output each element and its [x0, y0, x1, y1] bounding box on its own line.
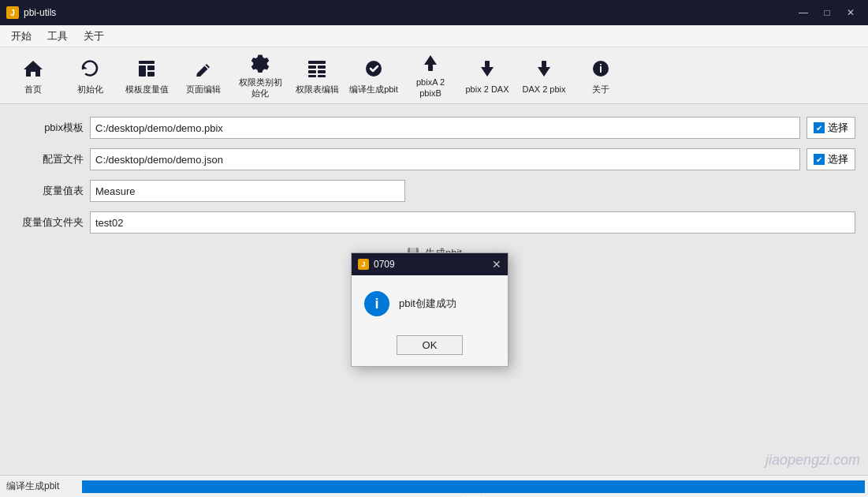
svg-rect-4 — [147, 72, 155, 77]
svg-rect-2 — [139, 65, 146, 77]
measure-row: 度量值表 — [13, 180, 855, 202]
toolbar-btn-dax2pbix[interactable]: DAX 2 pbix — [517, 52, 571, 99]
dialog-message: pbit创建成功 — [399, 297, 456, 311]
edit-icon — [191, 56, 216, 81]
pbix-check-icon: ✔ — [814, 122, 825, 133]
compile-icon — [361, 56, 386, 81]
toolbar-btn-template[interactable]: 模板度量值 — [120, 52, 173, 99]
toolbar-btn-page-edit[interactable]: 页面编辑 — [177, 52, 230, 99]
close-button[interactable]: ✕ — [840, 5, 862, 21]
svg-marker-0 — [24, 61, 43, 77]
svg-marker-16 — [481, 67, 494, 77]
toolbar: 首页 初始化 模板度量值 页 — [0, 47, 868, 104]
dialog: J 0709 ✕ i pbit创建成功 OK — [351, 252, 509, 367]
toolbar-init-label: 初始化 — [77, 84, 103, 95]
svg-rect-12 — [318, 75, 326, 77]
download-icon — [475, 56, 500, 81]
svg-marker-18 — [538, 67, 550, 77]
toolbar-pbixA2B-label: pbixA 2 pbixB — [405, 77, 456, 98]
measure-input[interactable] — [90, 180, 405, 202]
toolbar-pbix2dax-label: pbix 2 DAX — [465, 84, 509, 95]
menu-about[interactable]: 关于 — [76, 26, 112, 47]
config-input[interactable] — [90, 148, 800, 170]
minimize-button[interactable]: — — [792, 5, 814, 21]
dialog-footer: OK — [352, 329, 508, 366]
svg-rect-6 — [308, 61, 326, 64]
svg-rect-11 — [308, 75, 316, 77]
app-icon: J — [6, 6, 19, 19]
watermark: jiaopengzi.com — [766, 452, 860, 469]
toolbar-btn-pbixA2B[interactable]: pbixA 2 pbixB — [404, 52, 457, 99]
pbix-select-label: 选择 — [828, 121, 848, 135]
toolbar-perm-edit-label: 权限表编辑 — [296, 84, 339, 95]
toolbar-template-label: 模板度量值 — [125, 84, 169, 95]
toolbar-compile-label: 编译生成pbit — [349, 84, 398, 95]
toolbar-page-edit-label: 页面编辑 — [186, 84, 221, 95]
info-icon: i — [588, 56, 613, 81]
folder-label: 度量值文件夹 — [13, 215, 84, 230]
title-bar-controls: — □ ✕ — [792, 5, 862, 21]
measure-label: 度量值表 — [13, 184, 84, 198]
toolbar-btn-home[interactable]: 首页 — [6, 52, 60, 99]
refresh-icon — [77, 56, 102, 81]
config-check-icon: ✔ — [814, 154, 825, 165]
svg-rect-3 — [147, 65, 155, 70]
pbix-select-button[interactable]: ✔ 选择 — [807, 117, 855, 139]
svg-rect-1 — [139, 61, 155, 64]
toolbar-btn-perm-edit[interactable]: 权限表编辑 — [290, 52, 344, 99]
arrow-up-icon — [418, 52, 443, 74]
config-select-button[interactable]: ✔ 选择 — [807, 148, 855, 170]
progress-bar-fill — [82, 480, 865, 493]
progress-bar-container: 100% — [82, 480, 865, 493]
svg-point-13 — [366, 61, 382, 77]
svg-rect-8 — [318, 65, 326, 69]
svg-rect-15 — [428, 65, 433, 71]
menu-bar: 开始 工具 关于 — [0, 25, 868, 47]
dialog-info-icon: i — [364, 291, 389, 316]
folder-input[interactable] — [90, 211, 855, 234]
svg-rect-9 — [308, 70, 316, 73]
dax2pbix-icon — [531, 56, 557, 81]
svg-rect-10 — [318, 70, 326, 73]
status-bar: 编译生成pbit 100% — [0, 475, 868, 497]
toolbar-about-label: 关于 — [592, 84, 609, 95]
title-bar-left: J pbi-utils — [6, 6, 56, 19]
toolbar-btn-pbix2dax[interactable]: pbix 2 DAX — [460, 52, 514, 99]
progress-percent: 100% — [82, 493, 865, 498]
svg-rect-17 — [485, 61, 490, 67]
toolbar-btn-init[interactable]: 初始化 — [63, 52, 117, 99]
toolbar-dax2pbix-label: DAX 2 pbix — [522, 84, 565, 95]
home-icon — [20, 56, 46, 81]
dialog-title-left: J 0709 — [358, 259, 395, 270]
template-icon — [134, 56, 159, 81]
menu-tools[interactable]: 工具 — [39, 26, 76, 47]
config-label: 配置文件 — [13, 152, 84, 166]
menu-start[interactable]: 开始 — [3, 26, 39, 47]
svg-marker-14 — [424, 55, 437, 65]
toolbar-home-label: 首页 — [24, 84, 42, 95]
toolbar-perm-init-label: 权限类别初始化 — [235, 77, 285, 98]
dialog-titlebar: J 0709 ✕ — [352, 253, 508, 275]
svg-rect-7 — [308, 65, 316, 69]
toolbar-btn-perm-init[interactable]: 权限类别初始化 — [233, 52, 287, 99]
status-label: 编译生成pbit — [0, 480, 79, 493]
gear-icon — [248, 52, 273, 74]
config-select-label: 选择 — [828, 152, 848, 166]
maximize-button[interactable]: □ — [816, 5, 838, 21]
toolbar-btn-about[interactable]: i 关于 — [574, 52, 628, 99]
config-row: 配置文件 ✔ 选择 — [13, 148, 855, 170]
table-icon — [304, 56, 330, 81]
pbix-input[interactable] — [90, 117, 800, 139]
dialog-ok-button[interactable]: OK — [397, 335, 464, 355]
dialog-title: 0709 — [374, 259, 395, 270]
pbix-row: pbix模板 ✔ 选择 — [13, 117, 855, 139]
dialog-app-icon: J — [358, 259, 369, 270]
folder-row: 度量值文件夹 — [13, 211, 855, 234]
window-title: pbi-utils — [24, 7, 56, 18]
svg-rect-19 — [542, 61, 546, 67]
svg-text:i: i — [599, 62, 602, 75]
dialog-body: i pbit创建成功 — [352, 275, 508, 329]
title-bar: J pbi-utils — □ ✕ — [0, 0, 868, 25]
toolbar-btn-compile[interactable]: 编译生成pbit — [347, 52, 400, 99]
dialog-close-button[interactable]: ✕ — [492, 259, 501, 270]
